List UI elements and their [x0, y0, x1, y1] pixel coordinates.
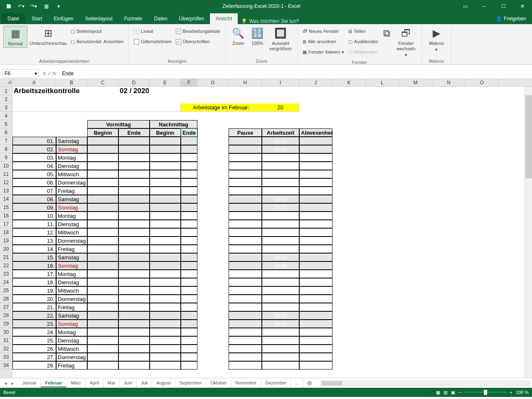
row-header-30[interactable]: 30	[0, 328, 12, 336]
sheet-tab-april[interactable]: April	[86, 379, 103, 387]
col-header-L[interactable]: L	[366, 79, 399, 86]
col-header-J[interactable]: J	[299, 79, 332, 86]
col-header-K[interactable]: K	[332, 79, 366, 86]
row-header-18[interactable]: 18	[0, 228, 12, 236]
zoom-thumb[interactable]	[484, 390, 487, 395]
zoom-selection-button[interactable]: 🔲Auswahl vergrößern	[267, 26, 294, 52]
normal-view-button[interactable]: ▦Normal	[3, 26, 27, 48]
tab-data[interactable]: Daten	[148, 13, 173, 24]
macros-button[interactable]: ▶Makros ▾	[425, 26, 448, 53]
horizontal-scrollbar[interactable]	[320, 380, 530, 386]
row-header-25[interactable]: 25	[0, 286, 12, 295]
row-header-7[interactable]: 7	[0, 137, 12, 145]
split-button[interactable]: ⊟ Teilen	[348, 27, 378, 36]
arrange-all-button[interactable]: ⊞ Alle anordnen	[303, 37, 344, 46]
row-header-31[interactable]: 31	[0, 336, 12, 345]
row-header-17[interactable]: 17	[0, 220, 12, 228]
sheet-tab-februar[interactable]: Februar	[41, 379, 66, 387]
view-normal-icon[interactable]: ▦	[436, 390, 440, 395]
side-by-side-button[interactable]: ⧉	[381, 26, 393, 41]
formula-bar-checkbox[interactable]: ✓	[176, 29, 181, 34]
zoom-in-button[interactable]: +	[510, 390, 512, 395]
tell-me[interactable]: 💡 Was möchten Sie tun?	[238, 18, 302, 24]
row-header-27[interactable]: 27	[0, 303, 12, 311]
vertical-scrollbar[interactable]	[525, 87, 532, 378]
redo-icon[interactable]: ↷▾	[28, 1, 39, 11]
zoom-button[interactable]: 🔍Zoom	[229, 26, 247, 47]
close-icon[interactable]: ✕	[513, 0, 532, 12]
headings-checkbox[interactable]: ✓	[176, 39, 181, 44]
qat-dropdown-icon[interactable]: ▾	[53, 1, 64, 11]
col-header-A[interactable]: A	[12, 79, 56, 86]
zoom-slider[interactable]	[465, 392, 506, 393]
select-all[interactable]	[0, 79, 12, 87]
page-layout-button[interactable]: ▢ Seitenlayout	[71, 27, 123, 36]
grid-icon[interactable]: ▦	[41, 1, 52, 11]
tab-start[interactable]: Start	[26, 13, 48, 24]
tab-insert[interactable]: Einfügen	[48, 13, 79, 24]
row-header-33[interactable]: 33	[0, 353, 12, 361]
view-break-icon[interactable]: ▣	[451, 390, 455, 395]
col-header-I[interactable]: I	[262, 79, 299, 86]
row-header-10[interactable]: 10	[0, 162, 12, 170]
scroll-thumb[interactable]	[525, 95, 532, 178]
cancel-icon[interactable]: ✕	[42, 71, 47, 76]
row-header-29[interactable]: 29	[0, 320, 12, 328]
enter-icon[interactable]: ✓	[47, 71, 52, 76]
row-header-26[interactable]: 26	[0, 295, 12, 303]
hscroll-thumb[interactable]	[322, 381, 342, 385]
custom-views-button[interactable]: ▢ Benutzerdef. Ansichten	[71, 37, 123, 46]
row-header-11[interactable]: 11	[0, 170, 12, 178]
tab-review[interactable]: Überprüfen	[173, 13, 210, 24]
tab-layout[interactable]: Seitenlayout	[79, 13, 118, 24]
hide-button[interactable]: ▢ Ausblenden	[348, 37, 378, 46]
row-header-34[interactable]: 34	[0, 361, 12, 369]
row-header-4[interactable]: 4	[0, 112, 12, 120]
name-box[interactable]: F6▾	[2, 69, 39, 78]
row-header-9[interactable]: 9	[0, 153, 12, 162]
col-header-O[interactable]: O	[466, 79, 499, 86]
row-header-12[interactable]: 12	[0, 178, 12, 187]
unhide-button[interactable]: ▢ Einblenden	[348, 47, 378, 57]
ruler-checkbox[interactable]: ✓	[134, 29, 139, 34]
sheet-tab-november[interactable]: November	[232, 379, 261, 387]
row-header-22[interactable]: 22	[0, 261, 12, 270]
row-header-23[interactable]: 23	[0, 270, 12, 278]
col-header-N[interactable]: N	[432, 79, 466, 86]
row-header-8[interactable]: 8	[0, 145, 12, 153]
freeze-panes-button[interactable]: ▦ Fenster fixieren ▾	[303, 47, 344, 57]
col-header-C[interactable]: C	[87, 79, 118, 86]
view-layout-icon[interactable]: ▥	[443, 390, 448, 395]
gridlines-checkbox[interactable]	[134, 39, 139, 44]
row-header-20[interactable]: 20	[0, 245, 12, 253]
row-header-28[interactable]: 28	[0, 311, 12, 320]
tab-nav-next[interactable]: ►	[10, 381, 15, 386]
col-header-H[interactable]: H	[229, 79, 262, 86]
sheet-tab-august[interactable]: August	[152, 379, 175, 387]
row-header-24[interactable]: 24	[0, 278, 12, 286]
sheet-tab-...[interactable]: ...	[291, 379, 303, 387]
col-header-B[interactable]: B	[56, 79, 87, 86]
sheet-tab-dezember[interactable]: Dezember	[261, 379, 291, 387]
row-header-14[interactable]: 14	[0, 195, 12, 203]
spreadsheet-grid[interactable]: 1234567891011121314151617181920212223242…	[0, 87, 532, 378]
minimize-icon[interactable]: ─	[475, 0, 494, 12]
tab-file[interactable]: Datei	[2, 13, 25, 24]
col-header-E[interactable]: E	[150, 79, 181, 86]
row-header-6[interactable]: 6	[0, 128, 12, 137]
row-header-19[interactable]: 19	[0, 236, 12, 245]
sheet-tab-mai[interactable]: Mai	[103, 379, 120, 387]
new-sheet-button[interactable]: ⊕	[303, 379, 315, 387]
sheet-tab-oktober[interactable]: Oktober	[206, 379, 231, 387]
fx-icon[interactable]: fx	[52, 71, 56, 76]
switch-windows-button[interactable]: 🗗Fenster wechseln ▾	[394, 26, 418, 59]
zoom-100-button[interactable]: 🔢100%	[248, 26, 266, 47]
zoom-level[interactable]: 100 %	[516, 390, 529, 395]
sheet-tab-juli[interactable]: Juli	[137, 379, 153, 387]
tab-formulas[interactable]: Formeln	[118, 13, 148, 24]
row-header-21[interactable]: 21	[0, 253, 12, 261]
row-header-5[interactable]: 5	[0, 120, 12, 128]
tab-nav-prev[interactable]: ◄	[3, 381, 8, 386]
zoom-out-button[interactable]: ─	[458, 390, 462, 395]
share-button[interactable]: 👤 Freigeben	[490, 13, 532, 24]
